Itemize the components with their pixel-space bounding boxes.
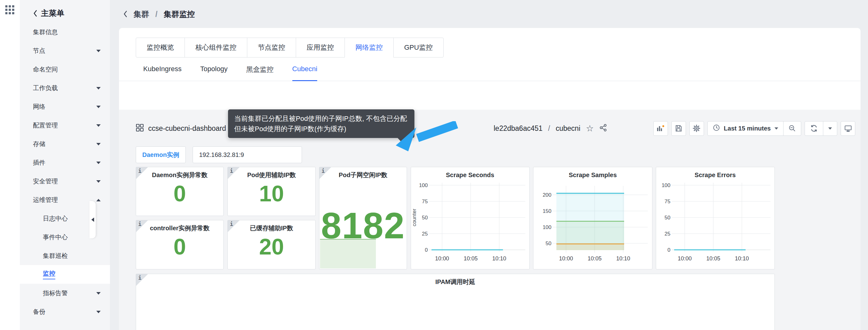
panel-title[interactable]: Daemon实例异常数	[136, 167, 223, 179]
info-icon[interactable]: i	[230, 221, 233, 227]
info-icon[interactable]: i	[321, 168, 324, 174]
info-icon[interactable]: i	[230, 168, 233, 174]
sidebar-item-monitoring[interactable]: 监控	[20, 265, 110, 284]
chart-title[interactable]: Scrape Seconds	[446, 172, 494, 178]
panel-daemon-abnormal: i Daemon实例异常数 0	[136, 167, 224, 216]
time-range-label: Last 15 minutes	[724, 125, 771, 132]
daemon-instance-filter[interactable]: Daemon实例	[136, 146, 186, 163]
x-tick: 10:00	[678, 256, 691, 262]
chart-title[interactable]: Scrape Samples	[569, 172, 617, 178]
collapse-left-icon	[91, 217, 94, 222]
dashboard-scope: cubecni	[556, 124, 580, 133]
info-icon[interactable]: i	[138, 275, 141, 281]
stat-sparkline	[320, 239, 376, 268]
panel-title[interactable]: IPAM调用时延	[136, 274, 774, 286]
refresh-button[interactable]	[805, 121, 823, 136]
sidebar-item-storage[interactable]: 存储	[20, 134, 110, 153]
chevron-down-icon	[96, 311, 101, 313]
page-title: 集群监控	[164, 9, 195, 19]
panel-scrape-seconds: Scrape Seconds 100 75 50 25 0	[411, 167, 530, 269]
breadcrumb-back-icon[interactable]	[123, 10, 127, 18]
instance-value-filter[interactable]: 192.168.32.81:9	[193, 146, 302, 163]
panel-scrape-samples: Scrape Samples 200 150 100 50	[533, 167, 652, 269]
network-subtabs: KubeIngress Topology 黑盒监控 Cubecni	[143, 65, 861, 81]
sidebar-item-plugins[interactable]: 插件	[20, 153, 110, 172]
series-area-orange	[556, 244, 624, 250]
breadcrumb-separator: /	[155, 10, 157, 19]
chevron-down-icon	[96, 143, 101, 145]
scrape-seconds-chart: Scrape Seconds 100 75 50 25 0	[411, 167, 529, 269]
sidebar-item-namespace[interactable]: 命名空间	[20, 60, 110, 79]
app-rail	[0, 0, 20, 330]
sidebar-item-nodes[interactable]: 节点	[20, 41, 110, 60]
tab-core-components[interactable]: 核心组件监控	[185, 38, 247, 58]
panel-title[interactable]: Pod使用辅助IP数	[228, 167, 315, 179]
tooltip-text: 当前集群已分配且被Pod使用的子网IP总数, 不包含已分配但未被Pod使用的子网…	[234, 115, 407, 133]
app-grid-icon[interactable]	[5, 5, 15, 15]
dashboard-context: le22dba6ac451 / cubecni ☆	[494, 119, 607, 138]
add-panel-button[interactable]	[653, 121, 668, 136]
subtab-blackbox[interactable]: 黑盒监控	[246, 65, 274, 81]
y-tick: 100	[662, 182, 671, 188]
panel-grid: i Daemon实例异常数 0 i Pod使用辅助IP数 10 i	[136, 167, 775, 330]
y-tick: 75	[664, 199, 671, 205]
sidebar-item-config[interactable]: 配置管理	[20, 116, 110, 134]
sidebar-collapse-handle[interactable]	[90, 201, 96, 238]
scrape-errors-chart: Scrape Errors 100 75 50 25 0	[656, 167, 774, 269]
tab-node-monitor[interactable]: 节点监控	[247, 38, 296, 58]
save-dashboard-button[interactable]	[671, 121, 686, 136]
sidebar-item-workloads[interactable]: 工作负载	[20, 79, 110, 97]
sidebar-item-network[interactable]: 网络	[20, 97, 110, 116]
refresh-interval-dropdown[interactable]	[823, 121, 837, 136]
panel-ipam-latency: i IPAM调用时延 No data found in response	[136, 274, 775, 330]
panel-title[interactable]: controller实例异常数	[136, 220, 223, 233]
info-icon[interactable]: i	[138, 168, 141, 174]
x-tick: 10:10	[616, 256, 630, 262]
plus-icon	[662, 125, 664, 127]
time-range-picker[interactable]: Last 15 minutes	[708, 121, 783, 136]
scrape-samples-chart: Scrape Samples 200 150 100 50	[533, 167, 652, 269]
info-tooltip: 当前集群已分配且被Pod使用的子网IP总数, 不包含已分配但未被Pod使用的子网…	[228, 109, 414, 138]
tab-network-monitor[interactable]: 网络监控	[344, 38, 394, 58]
sidebar-item-cluster-inspection[interactable]: 集群巡检	[20, 246, 110, 265]
panel-pod-aux-ip: i Pod使用辅助IP数 10	[227, 167, 316, 216]
sidebar-item-cluster-info[interactable]: 集群信息	[20, 23, 110, 41]
zoom-out-time-button[interactable]	[783, 121, 801, 136]
toolbar-actions: Last 15 minutes	[653, 121, 855, 136]
dashboard-settings-button[interactable]	[689, 121, 704, 136]
x-tick: 10:05	[464, 256, 477, 262]
tab-monitor-overview[interactable]: 监控概览	[136, 38, 185, 58]
panel-title[interactable]: Pod子网空闲IP数	[319, 167, 407, 179]
share-icon[interactable]	[599, 124, 607, 133]
time-range-group: Last 15 minutes	[707, 121, 801, 136]
dashboard-title-block[interactable]: ccse-cubecni-dashboard	[136, 124, 226, 133]
breadcrumb-clusters[interactable]: 集群	[133, 9, 149, 19]
sidebar-back[interactable]: 主菜单	[20, 0, 110, 23]
refresh-group	[805, 121, 837, 136]
subtab-kubeingress[interactable]: KubeIngress	[143, 65, 182, 81]
favorite-star-icon[interactable]: ☆	[586, 123, 594, 133]
sidebar-item-metric-alerts[interactable]: 指标告警	[20, 284, 110, 302]
chart-title[interactable]: Scrape Errors	[695, 172, 736, 178]
info-icon[interactable]: i	[138, 221, 141, 227]
content-card: 监控概览 核心组件监控 节点监控 应用监控 网络监控 GPU监控 KubeIng…	[119, 28, 861, 330]
y-tick: 50	[422, 215, 428, 221]
sidebar-item-backup[interactable]: 备份	[20, 302, 110, 321]
sidebar-item-event-center[interactable]: 事件中心	[20, 228, 110, 246]
chevron-down-icon	[774, 127, 778, 129]
tab-gpu-monitor[interactable]: GPU监控	[393, 38, 444, 58]
subtab-cubecni[interactable]: Cubecni	[292, 65, 317, 81]
panel-scrape-errors: Scrape Errors 100 75 50 25 0	[656, 167, 775, 269]
chevron-down-icon	[96, 180, 101, 183]
subtab-topology[interactable]: Topology	[200, 65, 228, 81]
sidebar-item-security[interactable]: 安全管理	[20, 172, 110, 190]
tab-app-monitor[interactable]: 应用监控	[296, 38, 345, 58]
stat-value: 0	[136, 181, 223, 206]
sidebar-item-log-center[interactable]: 日志中心	[20, 209, 110, 228]
sidebar-item-ops[interactable]: 运维管理	[20, 190, 110, 209]
kiosk-mode-button[interactable]	[841, 121, 855, 136]
y-tick: 0	[425, 247, 428, 253]
panel-title[interactable]: 已缓存辅助IP数	[228, 220, 315, 233]
panel-controller-abnormal: i controller实例异常数 0	[136, 220, 224, 269]
dashboard-filters: Daemon实例 192.168.32.81:9	[136, 146, 855, 163]
